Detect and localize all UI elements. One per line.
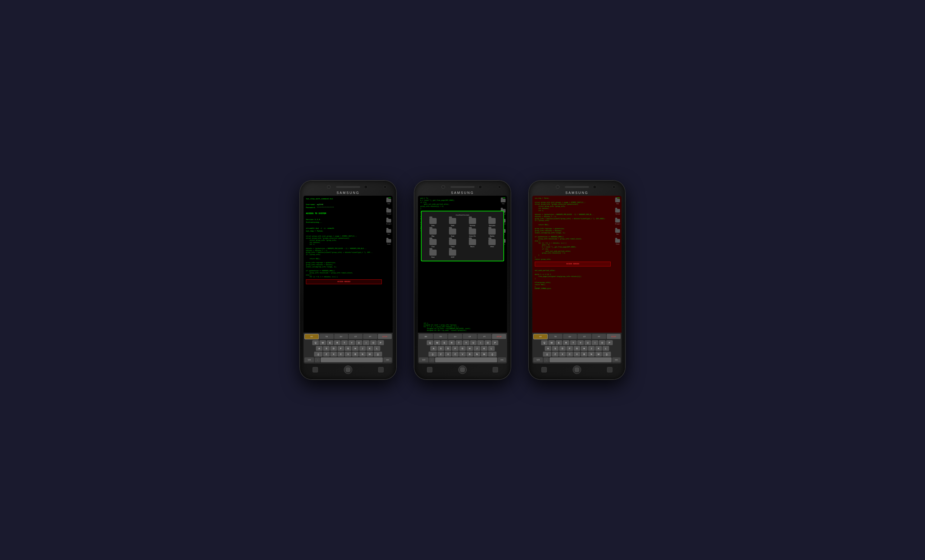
key-semi-1[interactable]: ; <box>315 357 320 363</box>
key-z-1[interactable]: Z <box>323 352 330 357</box>
key-t-1[interactable]: T <box>341 340 348 345</box>
file-item-siop[interactable]: SIOP <box>444 250 462 258</box>
key-123-3[interactable]: 123 <box>533 357 543 363</box>
file-item-scan[interactable]: Scan <box>444 229 462 237</box>
key-brace-3[interactable]: {} <box>603 352 611 357</box>
phone-1-home[interactable] <box>344 366 352 374</box>
key-u-2[interactable]: U <box>470 340 477 345</box>
key-j-3[interactable]: J <box>588 346 595 351</box>
file-item-chat[interactable]: Chat <box>424 239 442 248</box>
key-c-2[interactable]: C <box>452 352 459 357</box>
key-k-1[interactable]: K <box>366 346 373 351</box>
key-t-3[interactable]: T <box>570 340 577 345</box>
phone-3-nav-left[interactable] <box>541 367 547 372</box>
key-x-3[interactable]: X <box>559 352 566 357</box>
key-r-3[interactable]: R <box>563 340 569 345</box>
key-f-1[interactable]: F <box>337 346 344 351</box>
file-item-trace[interactable]: Trace <box>444 239 462 248</box>
key-min-2[interactable]: min <box>498 357 506 363</box>
key-h-3[interactable]: H <box>581 346 588 351</box>
key-123-2[interactable]: 123 <box>419 357 428 363</box>
key-f-3[interactable]: F <box>566 346 573 351</box>
sidebar-scripts-1[interactable]: Scripts <box>386 239 392 245</box>
key-q-3[interactable]: Q <box>541 340 548 345</box>
sidebar-num-1[interactable]: Num <box>386 229 392 235</box>
key-z-2[interactable]: Z <box>437 352 444 357</box>
key-l-3[interactable]: L <box>603 346 609 351</box>
key-br-2[interactable]: BR <box>419 334 433 339</box>
key-t-2[interactable]: T <box>456 340 462 345</box>
key-b-1[interactable]: B <box>352 352 359 357</box>
key-r-1[interactable]: R <box>334 340 340 345</box>
key-i-1[interactable]: I <box>363 340 369 345</box>
key-y-2[interactable]: Y <box>463 340 469 345</box>
file-item-map[interactable]: Map <box>424 229 442 237</box>
key-i-2[interactable]: I <box>477 340 484 345</box>
key-a-1[interactable]: A <box>316 346 322 351</box>
key-n-3[interactable]: N <box>588 352 595 357</box>
file-item-deploy[interactable]: Deploy <box>483 229 501 237</box>
key-r-2[interactable]: R <box>448 340 455 345</box>
key-l-2[interactable]: L <box>488 346 495 351</box>
key-a-3[interactable]: A <box>545 346 551 351</box>
key-m-1[interactable]: M <box>366 352 373 357</box>
key-s-2[interactable]: S <box>437 346 444 351</box>
key-d-2[interactable]: D <box>445 346 451 351</box>
key-o-3[interactable]: O <box>599 340 606 345</box>
key-d-3[interactable]: D <box>559 346 566 351</box>
key-d-1[interactable]: D <box>330 346 337 351</box>
key-y-1[interactable]: Y <box>348 340 355 345</box>
key-semi-2[interactable]: ; <box>429 357 434 363</box>
file-item-neuro[interactable]: Neuro <box>463 239 482 248</box>
key-space-1[interactable] <box>321 357 383 363</box>
file-item-terminal[interactable]: Terminal <box>463 218 482 227</box>
key-ot-1[interactable]: OT <box>349 334 363 339</box>
key-v-2[interactable]: V <box>459 352 466 357</box>
phone-2-nav-right[interactable] <box>493 367 498 372</box>
key-w-2[interactable]: W <box>434 340 440 345</box>
key-l-1[interactable]: L <box>374 346 380 351</box>
key-pt-3[interactable]: PT <box>592 334 606 339</box>
key-w-1[interactable]: W <box>319 340 326 345</box>
key-g-1[interactable]: G <box>345 346 351 351</box>
key-m-3[interactable]: M <box>595 352 602 357</box>
key-p-1[interactable]: P <box>377 340 384 345</box>
key-z-3[interactable]: Z <box>552 352 559 357</box>
sidebar-data-2[interactable]: Data <box>501 199 506 205</box>
key-s-1[interactable]: S <box>323 346 330 351</box>
key-brace-2[interactable]: {} <box>488 352 497 357</box>
file-item-query[interactable]: Query Db <box>463 229 482 237</box>
key-q-2[interactable]: Q <box>427 340 433 345</box>
key-s-3[interactable]: S <box>552 346 559 351</box>
key-c-1[interactable]: C <box>337 352 344 357</box>
key-u-3[interactable]: U <box>585 340 591 345</box>
sidebar-terminal-1[interactable]: Terminal <box>386 209 392 215</box>
key-u-1[interactable]: U <box>356 340 362 345</box>
key-123-1[interactable]: 123 <box>304 357 314 363</box>
file-item-infect[interactable]: Infect <box>483 239 501 248</box>
key-w-3[interactable]: W <box>548 340 555 345</box>
key-tr-2[interactable]: TR <box>434 334 448 339</box>
key-v-3[interactable]: V <box>574 352 580 357</box>
key-x-1[interactable]: X <box>330 352 337 357</box>
key-h-1[interactable]: H <box>352 346 359 351</box>
sidebar-terminal-3[interactable]: Terminal <box>615 209 620 215</box>
key-ev-1[interactable]: EV <box>334 334 348 339</box>
sidebar-num-3[interactable]: Num <box>615 229 620 235</box>
key-i-3[interactable]: I <box>592 340 598 345</box>
key-space-2[interactable] <box>435 357 497 363</box>
key-e-2[interactable]: E <box>441 340 448 345</box>
key-g-3[interactable]: G <box>574 346 580 351</box>
key-p-3[interactable]: P <box>606 340 613 345</box>
key-j-1[interactable]: J <box>359 346 366 351</box>
key-tr-3[interactable]: TR <box>548 334 562 339</box>
key-p-2[interactable]: P <box>492 340 498 345</box>
sidebar-data-3[interactable]: Data <box>615 199 620 205</box>
key-paren-1[interactable]: () <box>314 352 322 357</box>
phone-1-nav-right[interactable] <box>378 367 384 372</box>
key-br-1[interactable]: BR <box>304 334 319 339</box>
sidebar-data-1[interactable]: Data <box>386 199 392 205</box>
key-a-2[interactable]: A <box>430 346 437 351</box>
key-g-2[interactable]: G <box>459 346 466 351</box>
phone-1-nav-left[interactable] <box>313 367 318 372</box>
